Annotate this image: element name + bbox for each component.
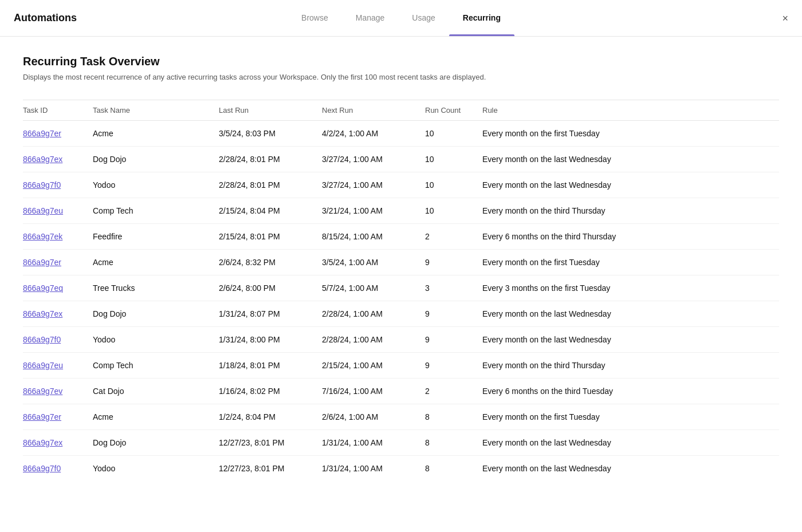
task-name: Dog Dojo bbox=[86, 301, 212, 327]
task-rule: Every month on the last Wednesday bbox=[475, 430, 779, 456]
task-rule: Every month on the last Wednesday bbox=[475, 147, 779, 172]
task-lastrun: 2/28/24, 8:01 PM bbox=[212, 172, 315, 198]
task-name: Yodoo bbox=[86, 327, 212, 353]
task-runcount: 3 bbox=[418, 275, 475, 301]
table-row: 866a9g7exDog Dojo12/27/23, 8:01 PM1/31/2… bbox=[23, 430, 779, 456]
col-header-taskname: Task Name bbox=[86, 100, 212, 121]
col-header-runcount: Run Count bbox=[418, 100, 475, 121]
app-container: Automations Browse Manage Usage Recurrin… bbox=[0, 0, 802, 532]
task-lastrun: 1/31/24, 8:00 PM bbox=[212, 327, 315, 353]
table-row: 866a9g7euComp Tech2/15/24, 8:04 PM3/21/2… bbox=[23, 198, 779, 224]
task-lastrun: 2/15/24, 8:04 PM bbox=[212, 198, 315, 224]
table-row: 866a9g7eqTree Trucks2/6/24, 8:00 PM5/7/2… bbox=[23, 275, 779, 301]
task-rule: Every month on the first Tuesday bbox=[475, 121, 779, 147]
table-row: 866a9g7erAcme2/6/24, 8:32 PM3/5/24, 1:00… bbox=[23, 250, 779, 275]
task-runcount: 9 bbox=[418, 250, 475, 275]
recurring-tasks-table: Task ID Task Name Last Run Next Run Run … bbox=[23, 100, 779, 481]
task-rule: Every month on the third Thursday bbox=[475, 198, 779, 224]
task-rule: Every month on the third Thursday bbox=[475, 353, 779, 379]
task-nextrun: 4/2/24, 1:00 AM bbox=[315, 121, 418, 147]
task-lastrun: 2/28/24, 8:01 PM bbox=[212, 147, 315, 172]
col-header-rule: Rule bbox=[475, 100, 779, 121]
task-id-link[interactable]: 866a9g7f0 bbox=[23, 464, 61, 473]
task-rule: Every month on the first Tuesday bbox=[475, 404, 779, 430]
table-row: 866a9g7f0Yodoo2/28/24, 8:01 PM3/27/24, 1… bbox=[23, 172, 779, 198]
table-body: 866a9g7erAcme3/5/24, 8:03 PM4/2/24, 1:00… bbox=[23, 121, 779, 482]
task-lastrun: 1/31/24, 8:07 PM bbox=[212, 301, 315, 327]
task-id-link[interactable]: 866a9g7f0 bbox=[23, 335, 61, 344]
task-runcount: 10 bbox=[418, 147, 475, 172]
task-id-link[interactable]: 866a9g7eq bbox=[23, 283, 63, 293]
task-runcount: 8 bbox=[418, 404, 475, 430]
task-rule: Every 3 months on the first Tuesday bbox=[475, 275, 779, 301]
task-id-link[interactable]: 866a9g7eu bbox=[23, 361, 63, 370]
task-nextrun: 2/15/24, 1:00 AM bbox=[315, 353, 418, 379]
task-nextrun: 1/31/24, 1:00 AM bbox=[315, 456, 418, 482]
task-name: Dog Dojo bbox=[86, 147, 212, 172]
task-id-link[interactable]: 866a9g7ex bbox=[23, 438, 62, 447]
table-row: 866a9g7exDog Dojo2/28/24, 8:01 PM3/27/24… bbox=[23, 147, 779, 172]
task-runcount: 10 bbox=[418, 198, 475, 224]
task-name: Acme bbox=[86, 121, 212, 147]
tab-usage[interactable]: Usage bbox=[398, 0, 449, 37]
table-row: 866a9g7f0Yodoo12/27/23, 8:01 PM1/31/24, … bbox=[23, 456, 779, 482]
task-rule: Every month on the first Tuesday bbox=[475, 250, 779, 275]
task-name: Yodoo bbox=[86, 172, 212, 198]
task-runcount: 9 bbox=[418, 353, 475, 379]
task-name: Acme bbox=[86, 250, 212, 275]
task-runcount: 8 bbox=[418, 430, 475, 456]
col-header-lastrun: Last Run bbox=[212, 100, 315, 121]
task-nextrun: 7/16/24, 1:00 AM bbox=[315, 379, 418, 404]
task-lastrun: 12/27/23, 8:01 PM bbox=[212, 456, 315, 482]
task-id-link[interactable]: 866a9g7er bbox=[23, 129, 61, 138]
task-lastrun: 12/27/23, 8:01 PM bbox=[212, 430, 315, 456]
task-nextrun: 3/5/24, 1:00 AM bbox=[315, 250, 418, 275]
tab-recurring[interactable]: Recurring bbox=[449, 0, 514, 37]
task-lastrun: 1/16/24, 8:02 PM bbox=[212, 379, 315, 404]
task-name: Tree Trucks bbox=[86, 275, 212, 301]
task-nextrun: 3/27/24, 1:00 AM bbox=[315, 147, 418, 172]
task-id-link[interactable]: 866a9g7f0 bbox=[23, 180, 61, 190]
tab-manage[interactable]: Manage bbox=[342, 0, 399, 37]
task-runcount: 10 bbox=[418, 121, 475, 147]
task-id-link[interactable]: 866a9g7er bbox=[23, 412, 61, 421]
task-lastrun: 3/5/24, 8:03 PM bbox=[212, 121, 315, 147]
task-id-link[interactable]: 866a9g7er bbox=[23, 258, 61, 267]
task-name: Feedfire bbox=[86, 224, 212, 250]
task-runcount: 10 bbox=[418, 172, 475, 198]
task-id-link[interactable]: 866a9g7eu bbox=[23, 206, 63, 215]
table-row: 866a9g7erAcme3/5/24, 8:03 PM4/2/24, 1:00… bbox=[23, 121, 779, 147]
task-lastrun: 1/18/24, 8:01 PM bbox=[212, 353, 315, 379]
task-nextrun: 8/15/24, 1:00 AM bbox=[315, 224, 418, 250]
task-rule: Every month on the last Wednesday bbox=[475, 327, 779, 353]
header: Automations Browse Manage Usage Recurrin… bbox=[0, 0, 802, 37]
task-lastrun: 1/2/24, 8:04 PM bbox=[212, 404, 315, 430]
task-runcount: 9 bbox=[418, 327, 475, 353]
task-id-link[interactable]: 866a9g7ex bbox=[23, 309, 62, 318]
close-button[interactable]: × bbox=[782, 13, 788, 23]
table-row: 866a9g7erAcme1/2/24, 8:04 PM2/6/24, 1:00… bbox=[23, 404, 779, 430]
task-nextrun: 2/28/24, 1:00 AM bbox=[315, 327, 418, 353]
task-rule: Every month on the last Wednesday bbox=[475, 172, 779, 198]
task-name: Comp Tech bbox=[86, 353, 212, 379]
task-id-link[interactable]: 866a9g7ex bbox=[23, 155, 62, 164]
task-nextrun: 3/27/24, 1:00 AM bbox=[315, 172, 418, 198]
task-runcount: 8 bbox=[418, 456, 475, 482]
task-nextrun: 3/21/24, 1:00 AM bbox=[315, 198, 418, 224]
table-row: 866a9g7ekFeedfire2/15/24, 8:01 PM8/15/24… bbox=[23, 224, 779, 250]
table-container: Task ID Task Name Last Run Next Run Run … bbox=[23, 100, 779, 481]
task-rule: Every month on the last Wednesday bbox=[475, 456, 779, 482]
task-lastrun: 2/15/24, 8:01 PM bbox=[212, 224, 315, 250]
section-description: Displays the most recent recurrence of a… bbox=[23, 73, 779, 81]
task-lastrun: 2/6/24, 8:32 PM bbox=[212, 250, 315, 275]
task-id-link[interactable]: 866a9g7ek bbox=[23, 232, 62, 241]
tab-browse[interactable]: Browse bbox=[288, 0, 342, 37]
task-nextrun: 2/6/24, 1:00 AM bbox=[315, 404, 418, 430]
table-row: 866a9g7euComp Tech1/18/24, 8:01 PM2/15/2… bbox=[23, 353, 779, 379]
task-nextrun: 1/31/24, 1:00 AM bbox=[315, 430, 418, 456]
task-id-link[interactable]: 866a9g7ev bbox=[23, 387, 62, 396]
col-header-nextrun: Next Run bbox=[315, 100, 418, 121]
task-name: Acme bbox=[86, 404, 212, 430]
task-name: Dog Dojo bbox=[86, 430, 212, 456]
task-runcount: 2 bbox=[418, 379, 475, 404]
